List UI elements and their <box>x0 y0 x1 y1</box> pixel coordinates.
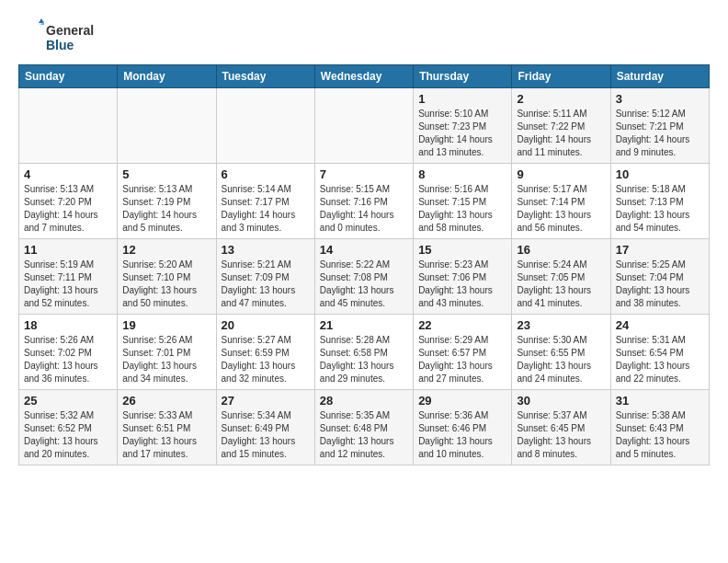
day-cell: 9Sunrise: 5:17 AM Sunset: 7:14 PM Daylig… <box>512 164 610 239</box>
day-info: Sunrise: 5:12 AM Sunset: 7:21 PM Dayligh… <box>616 108 704 159</box>
day-number: 25 <box>24 394 112 408</box>
svg-text:General: General <box>46 23 94 38</box>
day-info: Sunrise: 5:14 AM Sunset: 7:17 PM Dayligh… <box>222 183 310 235</box>
logo-svg: General Blue <box>18 18 129 55</box>
day-info: Sunrise: 5:24 AM Sunset: 7:05 PM Dayligh… <box>517 259 605 310</box>
day-cell: 22Sunrise: 5:29 AM Sunset: 6:57 PM Dayli… <box>414 315 512 390</box>
day-info: Sunrise: 5:10 AM Sunset: 7:23 PM Dayligh… <box>418 108 506 159</box>
day-number: 16 <box>517 243 605 257</box>
day-number: 5 <box>122 167 210 181</box>
day-info: Sunrise: 5:11 AM Sunset: 7:22 PM Dayligh… <box>517 108 605 159</box>
day-cell: 10Sunrise: 5:18 AM Sunset: 7:13 PM Dayli… <box>610 164 709 239</box>
header-cell-saturday: Saturday <box>610 65 709 88</box>
day-info: Sunrise: 5:30 AM Sunset: 6:55 PM Dayligh… <box>517 334 605 385</box>
day-cell: 18Sunrise: 5:26 AM Sunset: 7:02 PM Dayli… <box>19 315 118 390</box>
day-info: Sunrise: 5:13 AM Sunset: 7:20 PM Dayligh… <box>24 183 112 235</box>
day-number: 30 <box>517 394 605 408</box>
day-cell: 24Sunrise: 5:31 AM Sunset: 6:54 PM Dayli… <box>610 315 709 390</box>
day-cell: 11Sunrise: 5:19 AM Sunset: 7:11 PM Dayli… <box>19 239 118 315</box>
day-info: Sunrise: 5:27 AM Sunset: 6:59 PM Dayligh… <box>222 334 310 385</box>
week-row-5: 25Sunrise: 5:32 AM Sunset: 6:52 PM Dayli… <box>19 390 710 465</box>
day-number: 26 <box>122 394 210 408</box>
day-cell: 31Sunrise: 5:38 AM Sunset: 6:43 PM Dayli… <box>610 390 709 465</box>
day-info: Sunrise: 5:25 AM Sunset: 7:04 PM Dayligh… <box>616 259 704 310</box>
day-info: Sunrise: 5:21 AM Sunset: 7:09 PM Dayligh… <box>222 259 310 310</box>
day-cell: 20Sunrise: 5:27 AM Sunset: 6:59 PM Dayli… <box>216 315 314 390</box>
day-cell: 12Sunrise: 5:20 AM Sunset: 7:10 PM Dayli… <box>118 239 216 315</box>
header-cell-wednesday: Wednesday <box>314 65 413 88</box>
header-row: SundayMondayTuesdayWednesdayThursdayFrid… <box>19 65 710 88</box>
day-cell: 1Sunrise: 5:10 AM Sunset: 7:23 PM Daylig… <box>414 88 512 164</box>
day-number: 11 <box>24 243 112 257</box>
day-info: Sunrise: 5:17 AM Sunset: 7:14 PM Dayligh… <box>517 183 605 235</box>
day-number: 18 <box>24 318 112 332</box>
day-cell: 30Sunrise: 5:37 AM Sunset: 6:45 PM Dayli… <box>512 390 610 465</box>
day-number: 19 <box>122 318 210 332</box>
day-cell: 14Sunrise: 5:22 AM Sunset: 7:08 PM Dayli… <box>314 239 413 315</box>
day-number: 21 <box>320 318 408 332</box>
day-number: 6 <box>222 167 310 181</box>
day-number: 15 <box>418 243 506 257</box>
day-cell <box>216 88 314 164</box>
day-number: 17 <box>616 243 704 257</box>
header-cell-sunday: Sunday <box>19 65 118 88</box>
day-info: Sunrise: 5:35 AM Sunset: 6:48 PM Dayligh… <box>320 409 408 461</box>
day-number: 7 <box>320 167 408 181</box>
day-cell: 23Sunrise: 5:30 AM Sunset: 6:55 PM Dayli… <box>512 315 610 390</box>
day-cell <box>118 88 216 164</box>
day-info: Sunrise: 5:28 AM Sunset: 6:58 PM Dayligh… <box>320 334 408 385</box>
day-cell: 28Sunrise: 5:35 AM Sunset: 6:48 PM Dayli… <box>314 390 413 465</box>
day-info: Sunrise: 5:22 AM Sunset: 7:08 PM Dayligh… <box>320 259 408 310</box>
day-cell <box>19 88 118 164</box>
day-number: 12 <box>122 243 210 257</box>
day-info: Sunrise: 5:20 AM Sunset: 7:10 PM Dayligh… <box>122 259 210 310</box>
day-cell: 6Sunrise: 5:14 AM Sunset: 7:17 PM Daylig… <box>216 164 314 239</box>
day-number: 2 <box>517 92 605 106</box>
day-cell: 3Sunrise: 5:12 AM Sunset: 7:21 PM Daylig… <box>610 88 709 164</box>
day-number: 27 <box>222 394 310 408</box>
day-info: Sunrise: 5:26 AM Sunset: 7:02 PM Dayligh… <box>24 334 112 385</box>
week-row-2: 4Sunrise: 5:13 AM Sunset: 7:20 PM Daylig… <box>19 164 710 239</box>
day-info: Sunrise: 5:23 AM Sunset: 7:06 PM Dayligh… <box>418 259 506 310</box>
day-number: 24 <box>616 318 704 332</box>
day-cell: 17Sunrise: 5:25 AM Sunset: 7:04 PM Dayli… <box>610 239 709 315</box>
calendar-table: SundayMondayTuesdayWednesdayThursdayFrid… <box>18 64 710 465</box>
day-cell: 29Sunrise: 5:36 AM Sunset: 6:46 PM Dayli… <box>414 390 512 465</box>
day-number: 29 <box>418 394 506 408</box>
day-number: 14 <box>320 243 408 257</box>
day-info: Sunrise: 5:31 AM Sunset: 6:54 PM Dayligh… <box>616 334 704 385</box>
day-number: 31 <box>616 394 704 408</box>
day-number: 13 <box>222 243 310 257</box>
day-info: Sunrise: 5:29 AM Sunset: 6:57 PM Dayligh… <box>418 334 506 385</box>
day-cell: 5Sunrise: 5:13 AM Sunset: 7:19 PM Daylig… <box>118 164 216 239</box>
day-number: 23 <box>517 318 605 332</box>
day-cell: 27Sunrise: 5:34 AM Sunset: 6:49 PM Dayli… <box>216 390 314 465</box>
day-cell: 26Sunrise: 5:33 AM Sunset: 6:51 PM Dayli… <box>118 390 216 465</box>
week-row-1: 1Sunrise: 5:10 AM Sunset: 7:23 PM Daylig… <box>19 88 710 164</box>
header-cell-friday: Friday <box>512 65 610 88</box>
day-cell: 2Sunrise: 5:11 AM Sunset: 7:22 PM Daylig… <box>512 88 610 164</box>
day-cell: 13Sunrise: 5:21 AM Sunset: 7:09 PM Dayli… <box>216 239 314 315</box>
day-cell: 4Sunrise: 5:13 AM Sunset: 7:20 PM Daylig… <box>19 164 118 239</box>
day-number: 1 <box>418 92 506 106</box>
day-cell: 19Sunrise: 5:26 AM Sunset: 7:01 PM Dayli… <box>118 315 216 390</box>
day-info: Sunrise: 5:19 AM Sunset: 7:11 PM Dayligh… <box>24 259 112 310</box>
day-info: Sunrise: 5:36 AM Sunset: 6:46 PM Dayligh… <box>418 409 506 461</box>
day-info: Sunrise: 5:38 AM Sunset: 6:43 PM Dayligh… <box>616 409 704 461</box>
day-info: Sunrise: 5:13 AM Sunset: 7:19 PM Dayligh… <box>122 183 210 235</box>
day-info: Sunrise: 5:37 AM Sunset: 6:45 PM Dayligh… <box>517 409 605 461</box>
day-info: Sunrise: 5:18 AM Sunset: 7:13 PM Dayligh… <box>616 183 704 235</box>
day-info: Sunrise: 5:32 AM Sunset: 6:52 PM Dayligh… <box>24 409 112 461</box>
day-number: 28 <box>320 394 408 408</box>
day-cell: 8Sunrise: 5:16 AM Sunset: 7:15 PM Daylig… <box>414 164 512 239</box>
day-number: 10 <box>616 167 704 181</box>
header: General Blue <box>18 18 710 55</box>
day-cell: 15Sunrise: 5:23 AM Sunset: 7:06 PM Dayli… <box>414 239 512 315</box>
week-row-4: 18Sunrise: 5:26 AM Sunset: 7:02 PM Dayli… <box>19 315 710 390</box>
day-info: Sunrise: 5:15 AM Sunset: 7:16 PM Dayligh… <box>320 183 408 235</box>
day-cell <box>314 88 413 164</box>
day-info: Sunrise: 5:34 AM Sunset: 6:49 PM Dayligh… <box>222 409 310 461</box>
week-row-3: 11Sunrise: 5:19 AM Sunset: 7:11 PM Dayli… <box>19 239 710 315</box>
header-cell-tuesday: Tuesday <box>216 65 314 88</box>
day-number: 3 <box>616 92 704 106</box>
